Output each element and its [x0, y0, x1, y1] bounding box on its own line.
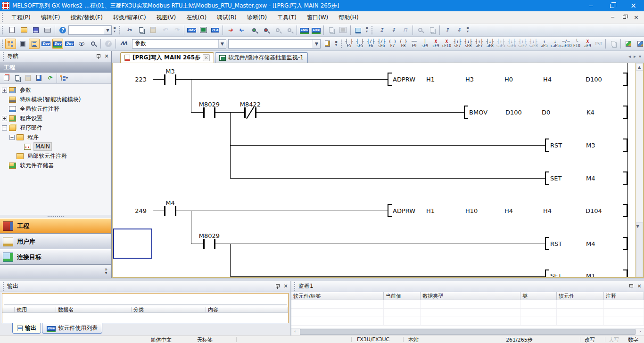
edit-comment-button[interactable]: [623, 39, 634, 49]
tree-expander-icon[interactable]: −: [2, 125, 7, 131]
ladder-symbol-button[interactable]: ┤↑├ saF5: [495, 38, 506, 50]
nav-new-item-button[interactable]: [1, 74, 11, 83]
mdi-restore-button[interactable]: [619, 13, 629, 22]
paste-button[interactable]: [148, 25, 158, 35]
ladder-symbol-button[interactable]: { } F8: [398, 38, 409, 50]
find-text-combo[interactable]: ▼: [228, 39, 321, 49]
mdi-close-button[interactable]: ×: [631, 13, 641, 22]
instruction-operand[interactable]: H1: [426, 76, 435, 83]
simulation-button[interactable]: [338, 25, 348, 35]
tab-device-usage-list[interactable]: Dev 软元件使用列表: [42, 323, 102, 334]
sampling-trace-stop-button[interactable]: ↧: [388, 25, 399, 35]
navigation-close-icon[interactable]: ✕: [103, 53, 110, 60]
nav-tree-item[interactable]: + 参数: [0, 85, 111, 95]
nav-tree-item[interactable]: + 程序设置: [0, 114, 111, 123]
tree-expander-icon[interactable]: [2, 97, 7, 102]
instruction-name[interactable]: SET: [550, 175, 561, 182]
scroll-down-icon[interactable]: ▼: [636, 222, 643, 277]
nav-tree-item[interactable]: 软元件存储器: [0, 161, 111, 170]
contact-no[interactable]: [203, 239, 215, 249]
contact-no[interactable]: [203, 107, 215, 118]
instruction-name[interactable]: ADPRW: [393, 76, 415, 83]
pin-icon[interactable]: [274, 283, 281, 290]
ladder-symbol-button[interactable]: └ F10: [571, 38, 582, 50]
nav-refresh-button[interactable]: ⟳: [45, 74, 55, 83]
ladder-symbol-button[interactable]: ── F9: [409, 38, 420, 50]
scroll-left-icon[interactable]: ‹: [291, 329, 299, 335]
transfer-setup-button[interactable]: [353, 25, 363, 35]
menu-item[interactable]: 窗口(W): [302, 12, 333, 23]
watch-column-header[interactable]: 类: [520, 292, 557, 300]
watch-horizontal-scrollbar[interactable]: ‹ ›: [291, 328, 644, 335]
copy-button[interactable]: [136, 25, 147, 35]
outline-window-toggle[interactable]: [29, 39, 40, 49]
tree-expander-icon[interactable]: −: [9, 135, 15, 140]
instruction-operand[interactable]: H0: [504, 76, 513, 83]
nav-tree-item[interactable]: − 程序: [0, 132, 111, 142]
ladder-symbol-button[interactable]: ┤↑├ aF7: [474, 38, 485, 50]
instruction-operand[interactable]: D100: [505, 109, 522, 116]
nav-view-button[interactable]: 连接目标: [0, 249, 111, 265]
menu-item[interactable]: 搜索/替换(F): [66, 12, 108, 23]
toolbar-overflow-button-3[interactable]: ▪▾: [465, 25, 471, 35]
undo-button[interactable]: ↶: [159, 25, 170, 35]
save-project-button[interactable]: [30, 25, 41, 35]
monitor-resume-button[interactable]: [284, 25, 295, 35]
tree-expander-icon[interactable]: [17, 144, 22, 149]
monitor-pause-button[interactable]: [272, 25, 283, 35]
watch-empty-row[interactable]: [291, 309, 644, 317]
instruction-operand[interactable]: D100: [586, 76, 602, 83]
watch-column-header[interactable]: 软元件/标签: [291, 292, 384, 300]
pin-icon[interactable]: [627, 283, 634, 290]
nav-property-button[interactable]: [34, 74, 44, 83]
nav-tree-item[interactable]: 全局软元件注释: [0, 104, 111, 114]
device-comment-display-button[interactable]: Dev: [41, 39, 51, 49]
watch-column-header[interactable]: 数据类型: [421, 292, 520, 300]
tab-device-buffer-monitor[interactable]: 软元件/缓冲存储器批量监视-1: [215, 52, 308, 63]
contact-nc[interactable]: [244, 107, 256, 118]
nav-view-button[interactable]: 工程: [0, 218, 111, 234]
ladder-cursor[interactable]: [113, 229, 152, 259]
ladder-symbol-button[interactable]: ( ) F7: [387, 38, 398, 50]
find-in-document-button[interactable]: [322, 39, 333, 49]
ladder-symbol-button[interactable]: ┤ ├ sF5: [355, 38, 365, 50]
instruction-name[interactable]: RST: [550, 240, 562, 247]
watch-close-icon[interactable]: ✕: [636, 283, 643, 290]
tree-expander-icon[interactable]: +: [2, 88, 7, 93]
new-project-button[interactable]: [7, 25, 17, 35]
ladder-symbol-button[interactable]: ┤↓├ sF8: [463, 38, 474, 50]
monitor-stop-button[interactable]: [260, 25, 271, 35]
ladder-symbol-button[interactable]: │ sF9: [420, 38, 430, 50]
instruction-operand[interactable]: M1: [586, 272, 595, 277]
instruction-name[interactable]: RST: [550, 142, 562, 149]
tree-expander-icon[interactable]: [9, 154, 15, 159]
ladder-monitor-button[interactable]: [198, 25, 209, 35]
instruction-operand[interactable]: D104: [586, 207, 602, 214]
redo-button[interactable]: ↷: [171, 25, 182, 35]
watch-empty-row[interactable]: [291, 300, 644, 309]
device-display-pair-button[interactable]: Dev: [64, 39, 75, 49]
nav-paste-button[interactable]: [23, 74, 33, 83]
instruction-operand[interactable]: M4: [586, 240, 595, 247]
menu-item[interactable]: 工程(P): [6, 12, 36, 23]
device-find-dropdown[interactable]: [88, 39, 99, 49]
context-help-button[interactable]: ?: [103, 39, 114, 49]
device-batch-monitor-button[interactable]: Dev: [299, 25, 310, 35]
device-comment-button[interactable]: Dev: [186, 25, 197, 35]
scroll-up-icon[interactable]: ▲: [636, 63, 643, 71]
ladder-symbol-button[interactable]: ┤↓├ saF6: [506, 38, 517, 50]
nav-sort-dropdown[interactable]: ▾: [59, 74, 69, 83]
find-binoculars-button[interactable]: ΛΛ: [118, 39, 129, 49]
instruction-operand[interactable]: K4: [586, 109, 594, 116]
tab-list-dropdown-icon[interactable]: ▾: [639, 54, 641, 59]
contact-no[interactable]: [164, 206, 176, 216]
ladder-symbol-button[interactable]: ┤/├ F6: [365, 38, 376, 50]
scrollbar-thumb[interactable]: [300, 329, 636, 335]
tab-scroll-left-icon[interactable]: ◂: [628, 54, 631, 59]
instruction-operand[interactable]: H4: [543, 207, 552, 214]
device-buffer-monitor-button[interactable]: Dev: [311, 25, 322, 35]
tab-output[interactable]: 输出: [12, 323, 41, 334]
menu-item[interactable]: 帮助(H): [333, 12, 363, 23]
toolbar-overflow-button[interactable]: ▪▾: [112, 25, 117, 35]
menu-item[interactable]: 调试(B): [212, 12, 242, 23]
